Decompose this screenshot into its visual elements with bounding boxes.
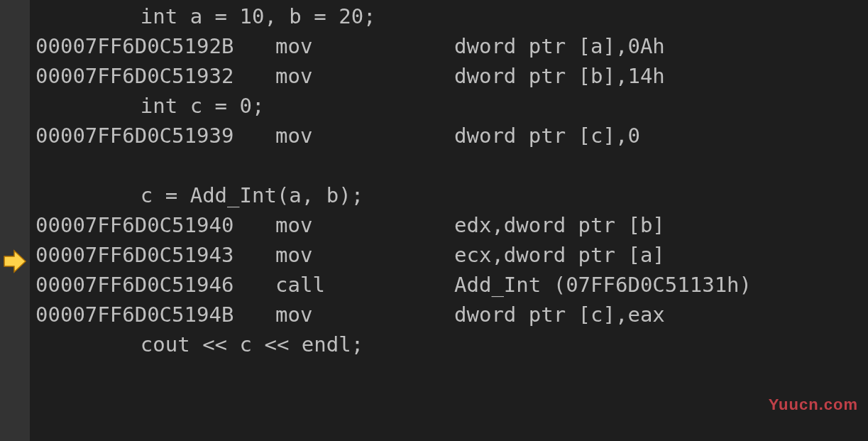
gutter <box>0 0 30 441</box>
asm-line: 00007FF6D0C5194Bmovdword ptr [c],eax <box>30 300 868 330</box>
source-line: c = Add_Int(a, b); <box>30 180 868 210</box>
execution-pointer-arrow-icon <box>3 249 27 273</box>
asm-line: 00007FF6D0C5192Bmovdword ptr [a],0Ah <box>30 31 868 61</box>
source-line: int c = 0; <box>30 91 868 121</box>
disassembly-view[interactable]: int a = 10, b = 20; 00007FF6D0C5192Bmovd… <box>30 0 868 441</box>
watermark: Yuucn.com <box>769 396 858 414</box>
source-line: cout << c << endl; <box>30 330 868 359</box>
asm-line: 00007FF6D0C51932movdword ptr [b],14h <box>30 61 868 91</box>
asm-line: 00007FF6D0C51939movdword ptr [c],0 <box>30 121 868 151</box>
asm-line: 00007FF6D0C51940movedx,dword ptr [b] <box>30 210 868 240</box>
asm-line: 00007FF6D0C51943movecx,dword ptr [a] <box>30 240 868 270</box>
asm-line: 00007FF6D0C51946callAdd_Int (07FF6D0C511… <box>30 270 868 300</box>
source-line: int a = 10, b = 20; <box>30 1 868 31</box>
blank-line <box>30 151 868 180</box>
